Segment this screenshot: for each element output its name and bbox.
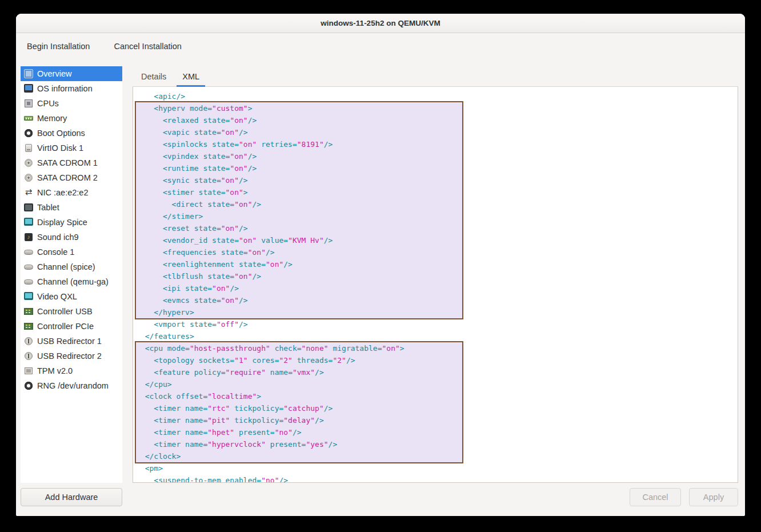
xml-line: </features> [136, 330, 738, 342]
tab-details[interactable]: Details [133, 66, 174, 86]
sidebar-item-virtio-disk-1[interactable]: VirtIO Disk 1 [21, 141, 122, 155]
sidebar-item-tablet[interactable]: Tablet [21, 200, 122, 215]
sidebar-item-label: Sound ich9 [37, 233, 79, 242]
toolbar: Begin Installation Cancel Installation [16, 33, 745, 59]
hardware-list: Overview OS information CPUs Memory Boot… [21, 66, 122, 483]
vm-details-window: windows-11-25h2 on QEMU/KVM Begin Instal… [16, 14, 745, 516]
xml-line: <reenlightenment state="on"/> [136, 258, 462, 270]
xml-line: <synic state="on"/> [136, 174, 462, 186]
sidebar-item-boot-options[interactable]: Boot Options [21, 126, 122, 141]
sidebar-item-overview[interactable]: Overview [21, 66, 122, 81]
usb-icon [24, 337, 33, 346]
sidebar-item-label: SATA CDROM 2 [37, 173, 98, 182]
xml-line: <vapic state="on"/> [136, 126, 462, 138]
overview-icon [24, 69, 33, 78]
xml-editor[interactable]: <apic/> <hyperv mode="custom"> <relaxed … [133, 87, 738, 483]
xml-line: <vpindex state="on"/> [136, 150, 462, 162]
xml-highlight-box-1: <hyperv mode="custom"> <relaxed state="o… [135, 101, 463, 319]
tab-xml[interactable]: XML [174, 66, 207, 86]
sidebar-item-label: Memory [37, 114, 67, 123]
tpm-icon [24, 366, 33, 375]
tab-label: XML [182, 72, 199, 81]
boot-options-icon [24, 129, 33, 138]
xml-line: </clock> [136, 450, 462, 462]
sidebar-item-label: RNG /dev/urandom [37, 381, 109, 390]
sidebar-item-sound-ich9[interactable]: Sound ich9 [21, 230, 122, 245]
xml-line: <vmport state="off"/> [136, 318, 738, 330]
xml-code[interactable]: <apic/> <hyperv mode="custom"> <relaxed … [133, 87, 738, 483]
xml-line: <ipi state="on"/> [136, 282, 462, 294]
apply-button[interactable]: Apply [689, 488, 738, 506]
sidebar-item-channel-spice[interactable]: Channel (spice) [21, 259, 122, 274]
xml-line: <apic/> [136, 90, 738, 102]
xml-line: <hyperv mode="custom"> [136, 102, 462, 114]
usb-icon [24, 351, 33, 361]
sidebar-item-label: CPUs [37, 99, 59, 108]
xml-line: <feature policy="require" name="vmx"/> [136, 366, 462, 378]
xml-lines: <vmport state="off"/> </features> [136, 318, 738, 342]
video-icon [24, 292, 33, 301]
xml-line: <timer name="pit" tickpolicy="delay"/> [136, 414, 462, 426]
footer-bar: Add Hardware Cancel Apply [16, 483, 745, 516]
cdrom-icon [24, 158, 33, 167]
sidebar-item-usb-redirector-1[interactable]: USB Redirector 1 [21, 334, 122, 349]
add-hardware-button[interactable]: Add Hardware [21, 488, 122, 506]
xml-line: <suspend-to-mem enabled="no"/> [136, 474, 738, 483]
xml-line: <cpu mode="host-passthrough" check="none… [136, 342, 462, 354]
begin-installation-button[interactable]: Begin Installation [22, 37, 95, 55]
sidebar-item-label: VirtIO Disk 1 [37, 143, 83, 153]
sidebar-item-label: TPM v2.0 [37, 366, 73, 375]
cancel-button[interactable]: Cancel [630, 488, 681, 506]
sidebar-item-label: Display Spice [37, 218, 87, 227]
tab-bar: Details XML [133, 66, 738, 87]
xml-line: <vendor_id state="on" value="KVM Hv"/> [136, 234, 462, 246]
disk-icon [24, 143, 33, 153]
sidebar-item-label: Overview [37, 69, 71, 78]
console-icon [24, 247, 33, 257]
sidebar-item-cpus[interactable]: CPUs [21, 96, 122, 111]
sidebar-item-controller-pcie[interactable]: Controller PCIe [21, 319, 122, 334]
main-area: Overview OS information CPUs Memory Boot… [16, 59, 745, 483]
content-area: Details XML <apic/> <hyperv mode="custom… [133, 66, 738, 483]
tab-label: Details [141, 72, 166, 81]
sidebar-item-memory[interactable]: Memory [21, 111, 122, 126]
xml-line: <spinlocks state="on" retries="8191"/> [136, 138, 462, 150]
sidebar-item-label: Controller USB [37, 307, 93, 316]
sidebar-item-label: Console 1 [37, 247, 74, 257]
sidebar-item-os-information[interactable]: OS information [21, 81, 122, 96]
sidebar-item-controller-usb[interactable]: Controller USB [21, 304, 122, 319]
sidebar-item-rng-dev-urandom[interactable]: RNG /dev/urandom [21, 378, 122, 393]
xml-line: <relaxed state="on"/> [136, 114, 462, 126]
titlebar[interactable]: windows-11-25h2 on QEMU/KVM [16, 14, 745, 33]
sidebar-item-video-qxl[interactable]: Video QXL [21, 289, 122, 304]
xml-line: </hyperv> [136, 306, 462, 318]
xml-line: <frequencies state="on"/> [136, 246, 462, 258]
xml-line: </cpu> [136, 378, 462, 390]
xml-line: <stimer state="on"> [136, 186, 462, 198]
xml-lines: <apic/> [136, 90, 738, 102]
sidebar-item-label: Channel (spice) [37, 262, 95, 271]
sidebar-item-usb-redirector-2[interactable]: USB Redirector 2 [21, 349, 122, 363]
sidebar-item-nic-ae-e2-e2[interactable]: NIC :ae:e2:e2 [21, 185, 122, 200]
cdrom-icon [24, 173, 33, 182]
sidebar-item-tpm-v2-0[interactable]: TPM v2.0 [21, 363, 122, 378]
xml-line: <evmcs state="on"/> [136, 294, 462, 306]
display-icon [24, 218, 33, 227]
xml-line: <timer name="hpet" present="no"/> [136, 426, 462, 438]
sidebar-item-label: NIC :ae:e2:e2 [37, 188, 88, 197]
sidebar-item-sata-cdrom-2[interactable]: SATA CDROM 2 [21, 170, 122, 185]
sidebar-item-channel-qemu-ga[interactable]: Channel (qemu-ga) [21, 274, 122, 289]
rng-icon [24, 381, 33, 390]
sidebar-item-label: SATA CDROM 1 [37, 158, 98, 167]
cancel-installation-button[interactable]: Cancel Installation [109, 37, 187, 55]
sidebar-item-label: USB Redirector 1 [37, 337, 102, 346]
cpu-icon [24, 99, 33, 108]
channel-icon [24, 277, 33, 286]
sidebar-item-display-spice[interactable]: Display Spice [21, 215, 122, 230]
sidebar-item-console-1[interactable]: Console 1 [21, 245, 122, 259]
channel-icon [24, 262, 33, 271]
xml-line: <timer name="hypervclock" present="yes"/… [136, 438, 462, 450]
tablet-icon [24, 203, 33, 212]
xml-line: <tlbflush state="on"/> [136, 270, 462, 282]
sidebar-item-sata-cdrom-1[interactable]: SATA CDROM 1 [21, 155, 122, 170]
